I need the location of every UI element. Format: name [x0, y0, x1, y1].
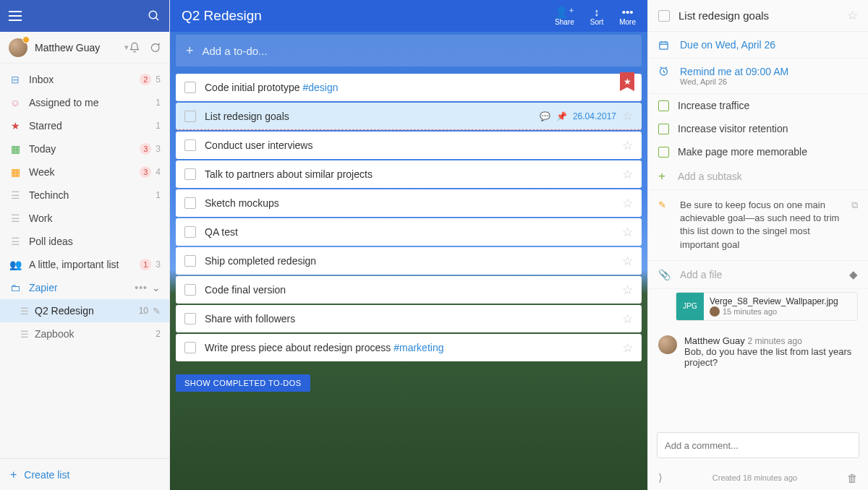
- sidebar-item-work[interactable]: ☰Work: [0, 207, 169, 230]
- attachment[interactable]: JPG Verge_S8_Review_Wallpaper.jpg 15 min…: [676, 292, 858, 321]
- folder-more-icon[interactable]: •••: [135, 282, 148, 293]
- note-row[interactable]: ✎ Be sure to keep focus on one main achi…: [648, 190, 868, 261]
- subtask-label: Increase visitor retention: [678, 123, 788, 134]
- sidebar-item-starred[interactable]: ★Starred1: [0, 114, 169, 137]
- task-row[interactable]: Sketch mockups☆: [176, 189, 642, 217]
- subtask-list: Increase trafficeIncrease visitor retent…: [648, 94, 868, 163]
- task-checkbox[interactable]: [184, 342, 196, 353]
- star-icon[interactable]: ☆: [622, 108, 633, 124]
- sidebar-item-inbox[interactable]: ⊟Inbox25: [0, 68, 169, 91]
- reminder-label: Remind me at 09:00 AM: [680, 66, 788, 77]
- task-checkbox[interactable]: [184, 197, 196, 209]
- task-row[interactable]: QA test☆: [176, 218, 642, 246]
- task-row[interactable]: Write press piece about redesign process…: [176, 334, 642, 361]
- star-icon[interactable]: ☆: [847, 8, 858, 23]
- trash-icon[interactable]: 🗑: [847, 472, 858, 484]
- more-icon: •••: [622, 7, 634, 17]
- create-list-button[interactable]: + Create list: [0, 458, 169, 490]
- edit-icon[interactable]: ✎: [153, 306, 161, 317]
- list-icon: ☰: [20, 306, 29, 317]
- menu-icon[interactable]: [9, 11, 22, 21]
- share-icon: 👤⁺: [555, 7, 574, 17]
- show-completed-button[interactable]: SHOW COMPLETED TO-DOS: [176, 374, 310, 392]
- add-file-row[interactable]: 📎 Add a file ◆: [648, 261, 868, 289]
- bell-icon[interactable]: [129, 42, 140, 53]
- sidebar-item-poll-ideas[interactable]: ☰Poll ideas: [0, 230, 169, 253]
- task-title: Sketch mockups: [205, 197, 622, 209]
- task-row[interactable]: Talk to partners about similar projects☆: [176, 160, 642, 188]
- dropbox-icon[interactable]: ◆: [849, 268, 858, 281]
- subtask-row[interactable]: Increase traffice: [648, 94, 868, 117]
- star-icon[interactable]: ☆: [622, 340, 633, 356]
- comment-input[interactable]: [657, 432, 859, 458]
- sidebar-subitem-q-redesign[interactable]: ☰Q2 Redesign10✎: [0, 299, 169, 322]
- task-row[interactable]: Conduct user interviews☆: [176, 132, 642, 159]
- chevron-down-icon[interactable]: ⌄: [152, 282, 161, 293]
- task-checkbox[interactable]: [184, 226, 196, 238]
- task-title: QA test: [205, 226, 622, 238]
- task-checkbox[interactable]: [184, 82, 196, 93]
- reminder-row[interactable]: Remind me at 09:00 AM Wed, April 26: [648, 59, 868, 94]
- external-link-icon[interactable]: ⧉: [851, 199, 858, 252]
- task-title: Ship completed redesign: [205, 255, 622, 267]
- main-panel: Q2 Redesign 👤⁺Share ↕Sort •••More + Add …: [170, 0, 647, 490]
- sidebar-subitem-zapbook[interactable]: ☰Zapbook2: [0, 322, 169, 345]
- star-icon[interactable]: ☆: [622, 196, 633, 211]
- star-icon[interactable]: ☆: [622, 138, 633, 153]
- task-title: Talk to partners about similar projects: [205, 168, 622, 180]
- task-checkbox[interactable]: [184, 284, 196, 296]
- subtask-label: Increase traffice: [678, 100, 749, 111]
- star-icon[interactable]: ☆: [622, 167, 633, 182]
- avatar: [658, 335, 677, 354]
- task-checkbox[interactable]: [184, 168, 196, 180]
- task-checkbox[interactable]: [184, 111, 196, 122]
- attachment-thumb: JPG: [676, 293, 704, 320]
- task-checkbox[interactable]: [184, 313, 196, 324]
- subtask-row[interactable]: Make page more memorable: [648, 140, 868, 163]
- detail-title[interactable]: List redesign goals: [678, 9, 847, 22]
- sidebar-item-a-little-important-list[interactable]: 👥A little, important list13: [0, 253, 169, 276]
- task-checkbox[interactable]: [658, 10, 670, 22]
- pencil-icon: ✎: [658, 199, 673, 252]
- task-row[interactable]: List redesign goals💬📌26.04.2017☆: [176, 103, 642, 130]
- chat-icon[interactable]: [149, 42, 161, 53]
- main-header: Q2 Redesign 👤⁺Share ↕Sort •••More: [170, 0, 647, 32]
- task-title: Code initial prototype #design: [205, 82, 633, 93]
- attachment-name: Verge_S8_Review_Wallpaper.jpg: [710, 296, 838, 306]
- star-icon[interactable]: ☆: [622, 311, 633, 327]
- avatar: [9, 38, 27, 57]
- subtask-row[interactable]: Increase visitor retention: [648, 117, 868, 140]
- search-icon[interactable]: [148, 9, 161, 22]
- plus-icon: +: [658, 169, 669, 184]
- collapse-icon[interactable]: ⟩: [658, 471, 663, 484]
- user-row[interactable]: Matthew Guay ▾: [0, 32, 169, 64]
- subtask-checkbox[interactable]: [658, 124, 669, 134]
- subtask-checkbox[interactable]: [658, 147, 669, 158]
- due-date-row[interactable]: Due on Wed, April 26: [648, 32, 868, 59]
- share-button[interactable]: 👤⁺Share: [555, 7, 574, 26]
- sidebar-item-assigned-to-me[interactable]: ☺Assigned to me1: [0, 91, 169, 114]
- create-list-label: Create list: [24, 469, 69, 481]
- task-row[interactable]: Code final version☆: [176, 276, 642, 304]
- sidebar-item-techinch[interactable]: ☰Techinch1: [0, 184, 169, 207]
- sidebar-item-today[interactable]: ▦Today33: [0, 137, 169, 160]
- task-list: Code initial prototype #design★List rede…: [170, 74, 647, 363]
- star-icon[interactable]: ☆: [622, 225, 633, 240]
- comment-text: Bob, do you have the list from last year…: [684, 346, 858, 368]
- header-actions: 👤⁺Share ↕Sort •••More: [555, 7, 636, 26]
- task-checkbox[interactable]: [184, 255, 196, 267]
- sort-button[interactable]: ↕Sort: [590, 7, 603, 26]
- star-icon[interactable]: ☆: [622, 254, 633, 269]
- task-row[interactable]: Ship completed redesign☆: [176, 247, 642, 275]
- task-checkbox[interactable]: [184, 139, 196, 151]
- task-row[interactable]: Share with followers☆: [176, 305, 642, 332]
- subtask-checkbox[interactable]: [658, 100, 669, 111]
- add-todo-input[interactable]: + Add a to-do...: [176, 35, 642, 66]
- star-icon[interactable]: ☆: [622, 283, 633, 298]
- task-row[interactable]: Code initial prototype #design★: [176, 74, 642, 101]
- sidebar-item-week[interactable]: ▦Week34: [0, 160, 169, 184]
- more-button[interactable]: •••More: [619, 7, 636, 26]
- folder-zapier[interactable]: 🗀Zapier•••⌄: [0, 276, 169, 299]
- reminder-sub: Wed, April 26: [680, 77, 788, 86]
- add-subtask-input[interactable]: + Add a subtask: [648, 163, 868, 190]
